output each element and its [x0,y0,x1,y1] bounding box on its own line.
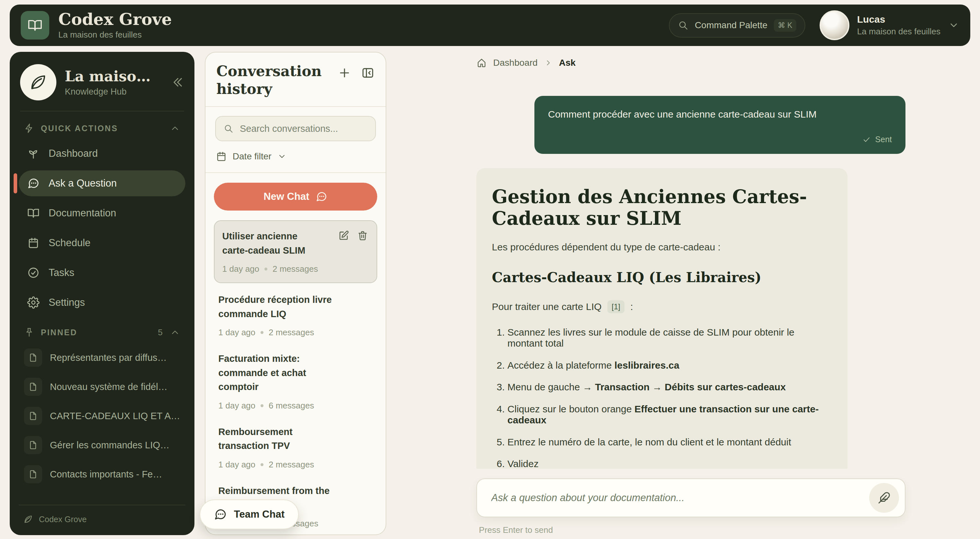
team-chat-button[interactable]: Team Chat [200,499,299,529]
conversation-title: Remboursement transaction TPV [218,425,342,453]
assistant-answer-card: Gestion des Anciennes Cartes-Cadeaux sur… [476,168,848,469]
dot-separator [261,404,264,407]
sidebar: La maiso… Knowledge Hub QUICK ACTIONS Da [10,52,194,535]
ask-question-input[interactable] [491,492,863,504]
check-circle-icon [27,267,40,279]
conversation-item[interactable]: Procédure réception livre commande LIQ 1… [214,286,377,345]
user-name: Lucas [857,14,940,25]
leaf-icon [23,514,33,524]
sidebar-item-label: Schedule [49,237,91,249]
new-chat-button[interactable]: New Chat [214,183,377,211]
step: Validez [508,458,832,469]
chat-message-area: Comment procéder avec une ancienne carte… [476,75,905,469]
trash-icon[interactable] [357,230,368,241]
calendar-icon [27,237,40,249]
workspace-logo [20,64,56,100]
conversation-item-selected[interactable]: Utiliser ancienne carte-cadeau SLIM 1 da… [214,220,377,283]
search-icon [678,20,688,30]
edit-icon[interactable] [338,230,349,241]
quick-actions-section-header[interactable]: QUICK ACTIONS [19,111,185,141]
calendar-icon [216,151,227,162]
answer-lead: Pour traiter une carte LIQ [492,301,602,312]
conversation-time: 1 day ago [218,460,255,470]
chevron-down-icon [277,152,286,161]
quick-actions-label: QUICK ACTIONS [41,124,118,133]
new-conversation-icon[interactable] [338,66,351,79]
sidebar-item-documentation[interactable]: Documentation [19,200,185,226]
sidebar-item-schedule[interactable]: Schedule [19,230,185,256]
pinned-section-header[interactable]: PINNED 5 [19,315,185,345]
composer-hint: Press Enter to send [476,517,905,535]
command-palette-button[interactable]: Command Palette ⌘ K [669,13,805,38]
file-icon [28,411,38,421]
home-icon [476,58,487,68]
command-palette-shortcut: ⌘ K [774,19,796,32]
pinned-item-label: Nouveau système de fidél… [50,382,167,392]
app-root: Codex Grove La maison des feuilles Comma… [0,0,980,539]
procedure-steps: Scannez les livres sur le module de cais… [492,327,832,469]
content-row: La maiso… Knowledge Hub QUICK ACTIONS Da [10,52,970,535]
pinned-item[interactable]: CARTE-CADEAUX LIQ ET A… [19,403,185,429]
chat-bubble-icon [27,177,40,189]
user-avatar [819,10,850,40]
sidebar-item-ask-a-question[interactable]: Ask a Question [19,170,185,196]
user-message-bubble: Comment procéder avec une ancienne carte… [535,96,905,154]
sidebar-item-tasks[interactable]: Tasks [19,260,185,286]
pinned-count: 5 [158,328,162,337]
conversation-message-count: 2 messages [269,328,314,337]
top-bar-right: Command Palette ⌘ K Lucas La maison des … [669,10,959,40]
command-palette-label: Command Palette [695,20,767,30]
check-icon [862,135,871,144]
step: Accédez à la plateforme leslibraires.ca [508,360,832,371]
conversation-list: New Chat Utiliser ancienne carte-cadeau … [205,173,386,534]
pinned-item[interactable]: Gérer les commandes LIQ… [19,432,185,458]
pinned-item[interactable]: Représentantes par diffus… [19,345,185,370]
conversation-item[interactable]: Remboursement transaction TPV 1 day ago … [214,418,377,477]
file-icon [28,353,38,363]
quill-icon [877,491,891,505]
chevron-down-icon [948,20,959,31]
pinned-item[interactable]: Nouveau système de fidél… [19,374,185,400]
conversation-title: Utiliser ancienne carte-cadeau SLIM [222,229,322,258]
app-logo [21,11,49,40]
sidebar-item-dashboard[interactable]: Dashboard [19,141,185,167]
step: Menu de gauche → Transaction → Débits su… [508,382,832,393]
step: Entrez le numéro de la carte, le nom du … [508,437,832,448]
citation-badge[interactable]: [1] [607,300,625,313]
sidebar-item-label: Dashboard [49,148,98,159]
file-icon [28,469,38,479]
question-composer [476,479,905,517]
pinned-item-label: Contacts importants - Fe… [50,469,162,480]
sidebar-item-settings[interactable]: Settings [19,289,185,315]
dot-separator [261,331,264,334]
message-status: Sent [548,135,892,144]
gear-icon [27,296,40,309]
conversation-message-count: 6 messages [269,401,314,411]
pinned-item-label: Gérer les commandes LIQ… [50,440,170,451]
pinned-item[interactable]: Contacts importants - Fe… [19,461,185,487]
sidebar-collapse-button[interactable] [171,76,184,89]
user-message-text: Comment procéder avec une ancienne carte… [548,109,892,120]
team-chat-label: Team Chat [234,509,285,520]
chevrons-left-icon [171,76,184,89]
pinned-label: PINNED [41,328,77,337]
user-menu[interactable]: Lucas La maison des feuilles [819,10,959,40]
answer-lead-suffix: : [630,301,633,312]
send-button[interactable] [869,483,899,513]
search-conversations-input[interactable] [240,123,368,134]
pin-icon [24,327,34,337]
breadcrumb-dashboard[interactable]: Dashboard [493,58,538,68]
conversation-title: Facturation mixte: commande et achat com… [218,352,342,394]
date-filter-dropdown[interactable]: Date filter [215,149,376,163]
chevron-right-icon [544,59,552,67]
search-icon [224,123,233,134]
main-area: Dashboard Ask Comment procéder avec une … [397,52,970,535]
conversation-message-count: 2 messages [272,264,318,274]
sidebar-item-label: Ask a Question [49,178,117,189]
conversation-time: 1 day ago [218,401,255,411]
collapse-panel-icon[interactable] [361,66,375,79]
conversation-item[interactable]: Facturation mixte: commande et achat com… [214,345,377,418]
answer-intro: Les procédures dépendent du type de cart… [492,242,832,253]
dot-separator [264,267,267,270]
chat-bubble-icon [214,508,227,521]
